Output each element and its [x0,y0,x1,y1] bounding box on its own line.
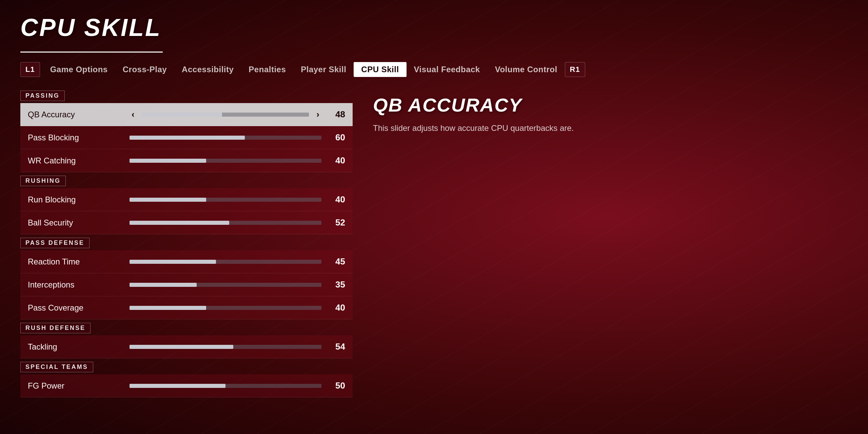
slider-label-reaction-time: Reaction Time [28,257,123,267]
slider-track-container-interceptions [130,283,321,287]
section-pass-defense: PASS DEFENSE [20,238,90,248]
slider-label-pass-coverage: Pass Coverage [28,303,123,313]
slider-row-fg-power[interactable]: FG Power 50 [20,374,353,397]
slider-track-qb-accuracy[interactable] [142,113,309,117]
page-title: CPU SKILL [20,14,848,41]
nav-item-player-skill[interactable]: Player Skill [293,62,354,77]
slider-label-fg-power: FG Power [28,381,123,391]
nav-item-cross-play[interactable]: Cross-Play [115,62,174,77]
slider-row-qb-accuracy[interactable]: QB Accuracy ‹ › 48 [20,103,353,126]
slider-track-pass-blocking[interactable] [130,136,321,140]
slider-row-reaction-time[interactable]: Reaction Time 45 [20,250,353,273]
slider-track-container-wr-catching [130,159,321,163]
slider-row-interceptions[interactable]: Interceptions 35 [20,273,353,296]
nav-right-button[interactable]: R1 [565,62,585,77]
slider-value-pass-blocking: 60 [328,132,345,143]
section-rush-defense: RUSH DEFENSE [20,323,91,333]
main-content: PASSING QB Accuracy ‹ › 48 Pass Blocking [20,87,848,419]
nav-item-cpu-skill[interactable]: CPU Skill [354,62,406,77]
slider-fill-wr-catching [130,159,206,163]
description-text: This slider adjusts how accurate CPU qua… [373,122,848,134]
slider-track-container-ball-security [130,221,321,225]
slider-fill-interceptions [130,283,197,287]
slider-row-ball-security[interactable]: Ball Security 52 [20,211,353,234]
slider-value-qb-accuracy: 48 [328,109,345,120]
nav-item-game-options[interactable]: Game Options [43,62,115,77]
slider-label-wr-catching: WR Catching [28,156,123,165]
slider-decrease-qb-accuracy[interactable]: ‹ [130,109,137,120]
slider-track-interceptions[interactable] [130,283,321,287]
slider-label-run-blocking: Run Blocking [28,195,123,204]
slider-fill-tackling [130,345,233,349]
slider-increase-qb-accuracy[interactable]: › [314,109,321,120]
slider-track-container-run-blocking [130,198,321,202]
slider-fill-run-blocking [130,198,206,202]
slider-row-pass-coverage[interactable]: Pass Coverage 40 [20,296,353,319]
slider-track-container-reaction-time [130,260,321,264]
slider-fill-pass-coverage [130,306,206,310]
nav-item-penalties[interactable]: Penalties [241,62,293,77]
slider-track-tackling[interactable] [130,345,321,349]
slider-track-pass-coverage[interactable] [130,306,321,310]
slider-track-container-qb-accuracy: ‹ › [130,109,321,120]
slider-value-interceptions: 35 [328,279,345,290]
slider-track-container-fg-power [130,384,321,388]
slider-track-container-pass-blocking [130,136,321,140]
section-rushing: RUSHING [20,176,66,186]
nav-item-volume-control[interactable]: Volume Control [488,62,565,77]
nav-item-visual-feedback[interactable]: Visual Feedback [407,62,488,77]
slider-label-interceptions: Interceptions [28,280,123,290]
slider-track-ball-security[interactable] [130,221,321,225]
slider-value-pass-coverage: 40 [328,302,345,313]
slider-label-pass-blocking: Pass Blocking [28,133,123,142]
slider-track-wr-catching[interactable] [130,159,321,163]
slider-value-fg-power: 50 [328,380,345,391]
slider-row-wr-catching[interactable]: WR Catching 40 [20,149,353,172]
slider-row-tackling[interactable]: Tackling 54 [20,335,353,358]
slider-row-run-blocking[interactable]: Run Blocking 40 [20,188,353,211]
nav-left-button[interactable]: L1 [20,62,40,77]
section-passing: PASSING [20,91,65,101]
slider-track-run-blocking[interactable] [130,198,321,202]
description-title: QB ACCURACY [373,94,848,116]
sliders-panel: PASSING QB Accuracy ‹ › 48 Pass Blocking [20,87,353,419]
slider-value-tackling: 54 [328,341,345,352]
slider-value-wr-catching: 40 [328,155,345,166]
title-underline [20,52,163,53]
slider-fill-pass-blocking [130,136,245,140]
description-panel: QB ACCURACY This slider adjusts how accu… [373,87,848,419]
slider-value-reaction-time: 45 [328,256,345,267]
slider-value-run-blocking: 40 [328,194,345,205]
slider-track-container-tackling [130,345,321,349]
slider-row-pass-blocking[interactable]: Pass Blocking 60 [20,126,353,149]
slider-track-fg-power[interactable] [130,384,321,388]
slider-value-ball-security: 52 [328,217,345,228]
slider-track-container-pass-coverage [130,306,321,310]
nav-tabs: L1 Game Options Cross-Play Accessibility… [20,62,848,77]
slider-fill-reaction-time [130,260,216,264]
slider-label-tackling: Tackling [28,342,123,352]
slider-fill-qb-accuracy [142,113,222,117]
page-container: CPU SKILL L1 Game Options Cross-Play Acc… [0,0,868,434]
slider-fill-fg-power [130,384,225,388]
section-special-teams: SPECIAL TEAMS [20,362,93,372]
slider-fill-ball-security [130,221,229,225]
nav-item-accessibility[interactable]: Accessibility [174,62,241,77]
slider-label-ball-security: Ball Security [28,218,123,228]
slider-track-reaction-time[interactable] [130,260,321,264]
slider-label-qb-accuracy: QB Accuracy [28,110,123,119]
